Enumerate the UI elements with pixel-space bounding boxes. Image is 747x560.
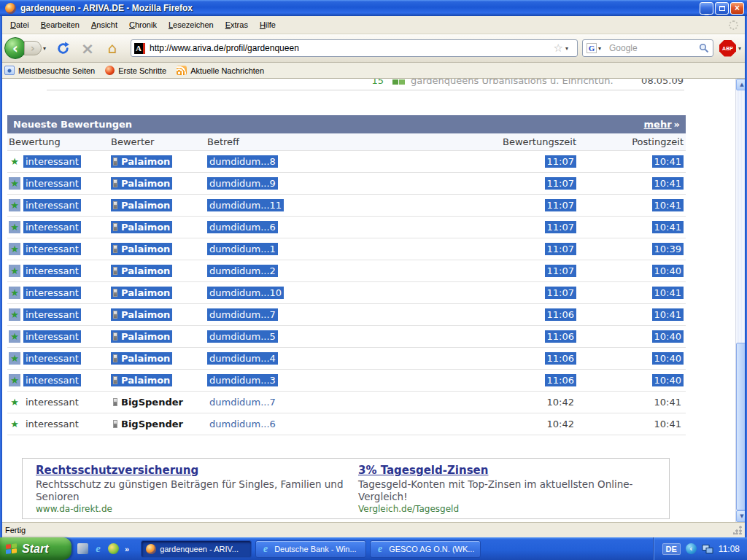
rater-link[interactable]: Palaimon [121, 353, 170, 364]
rating-star-icon: ★ [9, 352, 20, 365]
subject-link[interactable]: dumdidum...7 [207, 308, 278, 321]
bookmark-item[interactable]: Aktuelle Nachrichten [177, 66, 264, 75]
thread-title[interactable]: gardenqueens Urbanisations u. Einrichtun… [411, 79, 614, 86]
adblock-plus-icon[interactable]: ABP [719, 40, 736, 57]
rater-link[interactable]: Palaimon [121, 287, 170, 298]
rating-value: interessant [23, 396, 81, 408]
menu-item-chronik[interactable]: Chronik [123, 18, 163, 32]
forward-button[interactable]: › [24, 41, 42, 55]
search-icon[interactable] [699, 43, 709, 53]
language-indicator[interactable]: DE [662, 543, 681, 555]
posting-time: 10:40 [652, 352, 684, 365]
rating-time: 11:06 [545, 308, 576, 321]
back-button[interactable]: ‹ [4, 37, 26, 59]
rater-link[interactable]: Palaimon [121, 309, 170, 320]
location-bar[interactable]: A http://www.ariva.de/profil/gardenqueen… [131, 39, 578, 57]
taskbar-button[interactable]: e Deutsche Bank - Win... [255, 540, 366, 558]
rater-cell[interactable]: Palaimon [111, 352, 172, 365]
subject-link[interactable]: dumdidum...10 [207, 287, 284, 299]
taskbar-button[interactable]: e GESCO AG O.N. (WK... [370, 540, 481, 558]
posting-time: 10:41 [652, 418, 684, 430]
search-engine-dropdown[interactable]: ▾ [598, 45, 601, 52]
rater-link[interactable]: Palaimon [121, 244, 170, 254]
resize-grip[interactable] [733, 526, 742, 534]
menu-item-bearbeiten[interactable]: Bearbeiten [35, 18, 85, 32]
rater-link[interactable]: Palaimon [121, 200, 170, 211]
col-bewerter: Bewerter [111, 136, 207, 147]
task-label: Deutsche Bank - Win... [274, 545, 357, 553]
rater-cell[interactable]: Palaimon [111, 177, 172, 190]
col-postingzeit: Postingzeit [576, 136, 686, 147]
rater-cell[interactable]: Palaimon [111, 265, 172, 277]
rater-cell[interactable]: Palaimon [111, 155, 172, 168]
rating-time: 10:42 [545, 396, 576, 408]
subject-link[interactable]: dumdidum...1 [207, 243, 278, 255]
location-dropdown-icon[interactable]: ▾ [565, 45, 568, 52]
subject-link[interactable]: dumdidum...8 [207, 155, 278, 168]
stop-button[interactable]: × [78, 39, 97, 58]
taskbar-button[interactable]: gardenqueen - ARIV... [141, 540, 252, 558]
menu-item-extras[interactable]: Extras [220, 18, 254, 32]
divider [47, 90, 684, 90]
quick-launch-overflow-icon[interactable]: » [125, 545, 129, 553]
show-desktop-icon[interactable] [77, 543, 88, 554]
rater-cell[interactable]: Palaimon [111, 199, 172, 211]
search-bar[interactable]: G ▾ Google [582, 39, 713, 57]
subject-link[interactable]: dumdidum...2 [207, 265, 278, 277]
rater-cell[interactable]: BigSpender [111, 418, 185, 430]
ad-url[interactable]: www.da-direkt.de [36, 504, 349, 514]
subject-link[interactable]: dumdidum...9 [207, 177, 278, 190]
bookmark-star-icon[interactable]: ☆ [554, 42, 563, 55]
rater-link[interactable]: BigSpender [121, 419, 183, 429]
posting-time: 10:39 [652, 243, 684, 255]
media-player-icon[interactable] [108, 543, 119, 554]
reload-button[interactable] [53, 39, 72, 58]
more-link[interactable]: mehr» [644, 119, 680, 130]
internet-explorer-icon[interactable]: e [93, 543, 104, 554]
ad-url[interactable]: Vergleich.de/Tagesgeld [358, 504, 672, 514]
rater-link[interactable]: Palaimon [121, 331, 170, 342]
rater-link[interactable]: Palaimon [121, 265, 170, 276]
table-row: ★ interessant Palaimon dumdidum...11 11:… [7, 195, 686, 217]
minimize-button[interactable]: _ [700, 2, 713, 15]
search-input[interactable]: Google [609, 43, 699, 53]
subject-link[interactable]: dumdidum...6 [207, 418, 278, 430]
restore-button[interactable] [715, 2, 729, 15]
rater-link[interactable]: BigSpender [121, 397, 183, 408]
menu-item-hilfe[interactable]: Hilfe [254, 18, 282, 32]
rater-cell[interactable]: Palaimon [111, 330, 172, 343]
rater-link[interactable]: Palaimon [121, 375, 170, 386]
bookmark-item[interactable]: Erste Schritte [105, 66, 166, 75]
close-button[interactable]: × [730, 2, 744, 15]
menu-item-datei[interactable]: Datei [4, 18, 35, 32]
rating-value: interessant [23, 374, 81, 386]
rater-cell[interactable]: Palaimon [111, 308, 172, 321]
update-tray-icon[interactable]: ‹ [686, 543, 697, 554]
home-button[interactable]: ⌂ [103, 39, 122, 58]
rater-cell[interactable]: Palaimon [111, 374, 172, 386]
adblock-dropdown-icon[interactable]: ▾ [738, 45, 741, 52]
ad-title-link[interactable]: 3% Tagesgeld-Zinsen [358, 464, 672, 477]
rater-link[interactable]: Palaimon [121, 222, 170, 233]
rater-cell[interactable]: Palaimon [111, 287, 172, 299]
menu-item-ansicht[interactable]: Ansicht [85, 18, 123, 32]
start-button[interactable]: Start [0, 537, 71, 560]
url-text[interactable]: http://www.ariva.de/profil/gardenqueen [150, 43, 551, 53]
subject-link[interactable]: dumdidum...6 [207, 221, 278, 233]
ad-title-link[interactable]: Rechtsschutzversicherung [36, 464, 349, 477]
rater-cell[interactable]: BigSpender [111, 396, 185, 408]
bookmark-item[interactable]: Meistbesuchte Seiten [4, 66, 95, 75]
subject-link[interactable]: dumdidum...7 [207, 396, 278, 408]
subject-link[interactable]: dumdidum...5 [207, 330, 278, 343]
subject-link[interactable]: dumdidum...4 [207, 352, 278, 365]
more-label[interactable]: mehr [644, 119, 672, 130]
network-tray-icon[interactable] [702, 544, 713, 554]
menu-item-lesezeichen[interactable]: Lesezeichen [163, 18, 220, 32]
rater-cell[interactable]: Palaimon [111, 221, 172, 233]
subject-link[interactable]: dumdidum...11 [207, 199, 284, 211]
rater-cell[interactable]: Palaimon [111, 243, 172, 255]
rater-link[interactable]: Palaimon [121, 178, 170, 189]
history-dropdown[interactable]: ▾ [43, 45, 46, 52]
rater-link[interactable]: Palaimon [121, 156, 170, 167]
subject-link[interactable]: dumdidum...3 [207, 374, 278, 386]
